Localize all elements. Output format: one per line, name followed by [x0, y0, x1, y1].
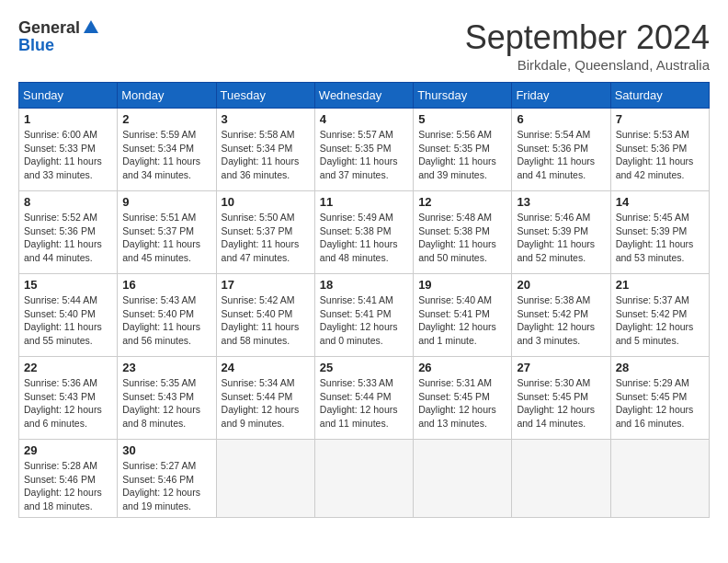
day-number: 12 — [418, 195, 506, 209]
calendar-cell — [216, 440, 314, 518]
calendar-cell: 28Sunrise: 5:29 AM Sunset: 5:45 PM Dayli… — [610, 357, 709, 440]
day-info: Sunrise: 5:51 AM Sunset: 5:37 PM Dayligh… — [122, 211, 210, 265]
day-info: Sunrise: 5:45 AM Sunset: 5:39 PM Dayligh… — [616, 211, 704, 265]
day-number: 18 — [320, 278, 408, 292]
day-info: Sunrise: 5:48 AM Sunset: 5:38 PM Dayligh… — [418, 211, 506, 265]
month-title: September 2024 — [465, 18, 710, 57]
calendar-cell — [610, 440, 709, 518]
calendar-cell: 13Sunrise: 5:46 AM Sunset: 5:39 PM Dayli… — [512, 191, 610, 274]
calendar-cell: 16Sunrise: 5:43 AM Sunset: 5:40 PM Dayli… — [118, 274, 216, 357]
header-sunday: Sunday — [19, 83, 118, 109]
header-tuesday: Tuesday — [216, 83, 314, 109]
calendar-cell — [512, 440, 610, 518]
weekday-header-row: Sunday Monday Tuesday Wednesday Thursday… — [19, 83, 710, 109]
calendar-cell: 18Sunrise: 5:41 AM Sunset: 5:41 PM Dayli… — [314, 274, 413, 357]
calendar-cell: 6Sunrise: 5:54 AM Sunset: 5:36 PM Daylig… — [512, 109, 610, 191]
day-info: Sunrise: 5:31 AM Sunset: 5:45 PM Dayligh… — [418, 376, 506, 431]
day-info: Sunrise: 5:44 AM Sunset: 5:40 PM Dayligh… — [24, 293, 112, 348]
calendar-cell: 4Sunrise: 5:57 AM Sunset: 5:35 PM Daylig… — [314, 109, 413, 191]
calendar-cell — [414, 440, 512, 518]
day-info: Sunrise: 5:34 AM Sunset: 5:44 PM Dayligh… — [222, 376, 310, 431]
calendar-cell: 26Sunrise: 5:31 AM Sunset: 5:45 PM Dayli… — [414, 357, 512, 440]
calendar-cell: 29Sunrise: 5:28 AM Sunset: 5:46 PM Dayli… — [19, 440, 118, 518]
day-number: 24 — [222, 361, 310, 374]
calendar-cell: 9Sunrise: 5:51 AM Sunset: 5:37 PM Daylig… — [118, 191, 216, 274]
calendar-cell: 24Sunrise: 5:34 AM Sunset: 5:44 PM Dayli… — [216, 357, 314, 440]
calendar-cell: 25Sunrise: 5:33 AM Sunset: 5:44 PM Dayli… — [314, 357, 413, 440]
calendar-cell: 20Sunrise: 5:38 AM Sunset: 5:42 PM Dayli… — [512, 274, 610, 357]
day-number: 8 — [24, 195, 112, 209]
day-number: 19 — [418, 278, 506, 292]
day-number: 16 — [122, 278, 210, 292]
day-number: 23 — [122, 361, 210, 374]
day-number: 1 — [24, 112, 112, 126]
day-number: 4 — [320, 112, 408, 126]
header-thursday: Thursday — [414, 83, 512, 109]
day-info: Sunrise: 5:36 AM Sunset: 5:43 PM Dayligh… — [24, 376, 112, 431]
day-number: 21 — [616, 278, 704, 292]
calendar-cell: 30Sunrise: 5:27 AM Sunset: 5:46 PM Dayli… — [118, 440, 216, 518]
day-number: 15 — [24, 278, 112, 292]
calendar-cell: 12Sunrise: 5:48 AM Sunset: 5:38 PM Dayli… — [414, 191, 512, 274]
calendar-cell: 27Sunrise: 5:30 AM Sunset: 5:45 PM Dayli… — [512, 357, 610, 440]
day-number: 9 — [122, 195, 210, 209]
day-number: 22 — [24, 361, 112, 374]
calendar-cell: 10Sunrise: 5:50 AM Sunset: 5:37 PM Dayli… — [216, 191, 314, 274]
location-subtitle: Birkdale, Queensland, Australia — [465, 57, 710, 73]
day-info: Sunrise: 5:35 AM Sunset: 5:43 PM Dayligh… — [122, 376, 210, 431]
calendar-cell: 14Sunrise: 5:45 AM Sunset: 5:39 PM Dayli… — [610, 191, 709, 274]
day-number: 6 — [517, 112, 605, 126]
header-saturday: Saturday — [610, 83, 709, 109]
logo-icon — [82, 18, 100, 37]
day-info: Sunrise: 5:37 AM Sunset: 5:42 PM Dayligh… — [616, 293, 704, 348]
day-info: Sunrise: 5:46 AM Sunset: 5:39 PM Dayligh… — [517, 211, 605, 265]
day-info: Sunrise: 5:58 AM Sunset: 5:34 PM Dayligh… — [222, 128, 310, 182]
calendar-cell: 1Sunrise: 6:00 AM Sunset: 5:33 PM Daylig… — [19, 109, 118, 191]
calendar-cell: 11Sunrise: 5:49 AM Sunset: 5:38 PM Dayli… — [314, 191, 413, 274]
calendar-cell: 22Sunrise: 5:36 AM Sunset: 5:43 PM Dayli… — [19, 357, 118, 440]
day-info: Sunrise: 5:38 AM Sunset: 5:42 PM Dayligh… — [517, 293, 605, 348]
svg-marker-0 — [84, 20, 98, 33]
day-info: Sunrise: 5:56 AM Sunset: 5:35 PM Dayligh… — [418, 128, 506, 182]
calendar-cell: 15Sunrise: 5:44 AM Sunset: 5:40 PM Dayli… — [19, 274, 118, 357]
header-wednesday: Wednesday — [314, 83, 413, 109]
day-number: 2 — [122, 112, 210, 126]
day-info: Sunrise: 5:29 AM Sunset: 5:45 PM Dayligh… — [616, 376, 704, 431]
day-number: 7 — [616, 112, 704, 126]
day-info: Sunrise: 5:30 AM Sunset: 5:45 PM Dayligh… — [517, 376, 605, 431]
day-info: Sunrise: 5:49 AM Sunset: 5:38 PM Dayligh… — [320, 211, 408, 265]
day-number: 27 — [517, 361, 605, 374]
calendar-cell: 17Sunrise: 5:42 AM Sunset: 5:40 PM Dayli… — [216, 274, 314, 357]
logo-general-text: General — [18, 19, 80, 36]
day-number: 5 — [418, 112, 506, 126]
day-info: Sunrise: 5:40 AM Sunset: 5:41 PM Dayligh… — [418, 293, 506, 348]
day-info: Sunrise: 5:50 AM Sunset: 5:37 PM Dayligh… — [222, 211, 310, 265]
day-info: Sunrise: 5:59 AM Sunset: 5:34 PM Dayligh… — [122, 128, 210, 182]
calendar-cell: 2Sunrise: 5:59 AM Sunset: 5:34 PM Daylig… — [118, 109, 216, 191]
calendar-cell: 3Sunrise: 5:58 AM Sunset: 5:34 PM Daylig… — [216, 109, 314, 191]
page-header: General Blue September 2024 Birkdale, Qu… — [18, 18, 710, 73]
day-number: 26 — [418, 361, 506, 374]
day-number: 30 — [122, 443, 210, 457]
calendar-cell: 23Sunrise: 5:35 AM Sunset: 5:43 PM Dayli… — [118, 357, 216, 440]
calendar-cell: 19Sunrise: 5:40 AM Sunset: 5:41 PM Dayli… — [414, 274, 512, 357]
day-info: Sunrise: 5:43 AM Sunset: 5:40 PM Dayligh… — [122, 293, 210, 348]
day-number: 17 — [222, 278, 310, 292]
day-info: Sunrise: 5:57 AM Sunset: 5:35 PM Dayligh… — [320, 128, 408, 182]
day-number: 29 — [24, 443, 112, 457]
calendar-cell: 5Sunrise: 5:56 AM Sunset: 5:35 PM Daylig… — [414, 109, 512, 191]
logo-blue-text: Blue — [18, 37, 54, 53]
day-number: 11 — [320, 195, 408, 209]
day-info: Sunrise: 5:52 AM Sunset: 5:36 PM Dayligh… — [24, 211, 112, 265]
calendar-table: Sunday Monday Tuesday Wednesday Thursday… — [18, 82, 710, 518]
day-info: Sunrise: 5:53 AM Sunset: 5:36 PM Dayligh… — [616, 128, 704, 182]
calendar-cell: 8Sunrise: 5:52 AM Sunset: 5:36 PM Daylig… — [19, 191, 118, 274]
day-number: 13 — [517, 195, 605, 209]
day-number: 20 — [517, 278, 605, 292]
day-info: Sunrise: 5:28 AM Sunset: 5:46 PM Dayligh… — [24, 459, 112, 513]
day-number: 10 — [222, 195, 310, 209]
calendar-cell: 21Sunrise: 5:37 AM Sunset: 5:42 PM Dayli… — [610, 274, 709, 357]
day-info: Sunrise: 5:33 AM Sunset: 5:44 PM Dayligh… — [320, 376, 408, 431]
day-info: Sunrise: 5:41 AM Sunset: 5:41 PM Dayligh… — [320, 293, 408, 348]
logo: General Blue — [18, 18, 100, 53]
